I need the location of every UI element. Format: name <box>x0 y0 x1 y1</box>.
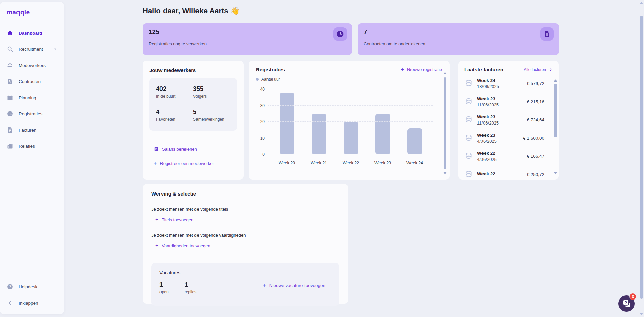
summary-value: 125 <box>149 28 346 36</box>
chart-gridline: 30 <box>268 105 433 106</box>
summary-card-1[interactable]: 125Registraties nog te verwerken <box>143 23 352 55</box>
stat-label: Samenwerkingen <box>193 117 230 122</box>
sidebar-item-dashboard[interactable]: Dashboard <box>0 25 64 41</box>
nieuwe-registratie-button[interactable]: + Nieuwe registratie <box>401 67 442 72</box>
sidebar-item-helpdesk[interactable]: ?Helpdesk <box>0 279 64 295</box>
facturen-scrollbar[interactable] <box>554 79 557 174</box>
vaardigheden-toevoegen-label: Vaardigheden toevoegen <box>162 243 210 248</box>
stat-value: 4 <box>156 109 193 116</box>
calculator-icon <box>154 147 159 152</box>
scroll-down-arrow-icon[interactable] <box>640 313 643 315</box>
bar-week-24[interactable] <box>407 128 422 154</box>
registraties-title: Registraties <box>256 67 285 72</box>
summary-card-2[interactable]: 7Contracten om te ondertekenen <box>358 23 559 55</box>
chart-scrollbar[interactable] <box>443 72 447 174</box>
chart-x-tick-label: Week 21 <box>307 161 331 165</box>
sidebar-item-contracten[interactable]: Contracten <box>0 73 64 90</box>
bar-week-22[interactable] <box>344 122 358 154</box>
chevron-down-icon[interactable] <box>53 47 57 51</box>
titels-toevoegen-label: Titels toevoegen <box>162 217 193 222</box>
chart-gridline: 0 <box>268 154 433 154</box>
sidebar-item-label: Contracten <box>19 79 41 84</box>
vacature-stat: 1open <box>159 281 169 294</box>
registraties-header: Registraties + Nieuwe registratie <box>256 67 442 72</box>
sidebar-item-registraties[interactable]: Registraties <box>0 106 64 122</box>
greeting-text: Hallo daar, Willeke Aarts <box>143 7 228 15</box>
main-content: Hallo daar, Willeke Aarts 👋 125Registrat… <box>143 0 559 304</box>
alle-facturen-link[interactable]: Alle facturen <box>524 67 552 72</box>
titels-toevoegen-button[interactable]: + Titels toevoegen <box>151 217 339 222</box>
page-title: Hallo daar, Willeke Aarts 👋 <box>143 7 559 15</box>
stat-label: Volgers <box>193 94 230 99</box>
sidebar-item-label: Inklappen <box>19 301 38 306</box>
nieuwe-vacature-button[interactable]: + Nieuwe vacature toevoegen <box>263 283 325 288</box>
alle-facturen-label: Alle facturen <box>524 67 546 72</box>
medewerkers-link-salaris[interactable]: Salaris berekenen <box>154 147 237 152</box>
svg-text:?: ? <box>9 285 11 289</box>
invoice-row[interactable]: Week 22€ 250,72 <box>464 165 552 180</box>
summary-cards-row: 125Registraties nog te verwerken7Contrac… <box>143 23 559 55</box>
scrollbar-thumb[interactable] <box>554 84 557 137</box>
stat-label: replies <box>185 290 196 294</box>
invoice-row[interactable]: Week 2311/06/2025€ 724,64 <box>464 111 552 129</box>
scroll-up-arrow-icon[interactable] <box>554 79 557 82</box>
invoice-row[interactable]: Week 2418/06/2025€ 579,72 <box>464 74 552 93</box>
invoice-row[interactable]: Week 224/06/2025€ 166,47 <box>464 147 552 165</box>
plus-icon: + <box>263 283 266 288</box>
coins-icon <box>464 97 473 106</box>
chart-x-tick-label: Week 22 <box>339 161 363 165</box>
widgets-row: Jouw medewerkers 402In de buurt355Volger… <box>143 61 559 180</box>
vaardigheden-text: Je zoekt mensen met de volgende vaardigh… <box>151 233 339 238</box>
scroll-up-arrow-icon[interactable] <box>640 2 643 4</box>
chart-y-tick-label: 10 <box>260 136 265 141</box>
chart-plot-area: 010203040 <box>268 89 433 154</box>
invoice-row[interactable]: Week 234/06/2025€ 1.600,00 <box>464 129 552 147</box>
bar-week-21[interactable] <box>312 114 326 154</box>
scrollbar-thumb[interactable] <box>640 16 643 299</box>
link-label: Registreer een medewerker <box>160 161 214 166</box>
sidebar-item-facturen[interactable]: Facturen <box>0 122 64 138</box>
sidebar-item-inklappen[interactable]: Inklappen <box>0 295 64 311</box>
stat-value: 1 <box>159 281 169 288</box>
summary-icon-chip <box>333 27 347 41</box>
page-scrollbar[interactable] <box>639 0 644 317</box>
helpdesk-chat-button[interactable]: ? 3 <box>618 295 635 312</box>
medewerkers-title: Jouw medewerkers <box>149 67 237 73</box>
sidebar-item-planning[interactable]: Planning <box>0 90 64 106</box>
sidebar-item-relaties[interactable]: Relaties <box>0 138 64 154</box>
scroll-down-arrow-icon[interactable] <box>554 172 557 174</box>
werving-card: Werving & selectie Je zoekt mensen met d… <box>143 184 348 304</box>
bar-week-20[interactable] <box>280 93 294 154</box>
clock-chip-icon <box>336 30 344 38</box>
sidebar: maqqie DashboardRecruitmentMedewerkersCo… <box>0 2 64 314</box>
invoice-text: Week 2311/06/2025 <box>477 114 499 126</box>
invoice-amount: € 215,16 <box>527 99 552 104</box>
sidebar-item-label: Registraties <box>19 111 42 116</box>
sidebar-footer: ?HelpdeskInklappen <box>0 279 64 311</box>
summary-label: Registraties nog te verwerken <box>149 41 346 46</box>
scroll-down-arrow-icon[interactable] <box>443 172 447 174</box>
stat-label: Favorieten <box>156 117 193 122</box>
legend-label: Aantal uur <box>261 77 280 82</box>
bar-week-23[interactable] <box>375 114 390 154</box>
invoice-row[interactable]: Week 2311/06/2025€ 215,16 <box>464 93 552 111</box>
summary-icon-chip <box>540 27 554 41</box>
invoice-date: 11/06/2025 <box>477 102 499 107</box>
vaardigheden-toevoegen-button[interactable]: + Vaardigheden toevoegen <box>151 243 339 248</box>
invoice-week: Week 22 <box>477 171 495 176</box>
sidebar-item-recruitment[interactable]: Recruitment <box>0 41 64 57</box>
vacatures-panel: Vacatures 1open1replies + Nieuwe vacatur… <box>151 263 339 306</box>
invoice-amount: € 579,72 <box>527 81 552 86</box>
scrollbar-thumb[interactable] <box>444 77 446 169</box>
invoice-icon <box>7 127 13 133</box>
chevron-right-icon <box>549 68 552 71</box>
invoice-week: Week 23 <box>477 114 499 119</box>
invoice-week: Week 23 <box>477 133 497 138</box>
users-icon <box>7 62 13 69</box>
titels-text: Je zoekt mensen met de volgende titels <box>151 207 339 212</box>
chart-bars <box>268 89 433 154</box>
sidebar-item-medewerkers[interactable]: Medewerkers <box>0 57 64 73</box>
medewerkers-link-registreer[interactable]: +Registreer een medewerker <box>154 161 237 166</box>
scroll-up-arrow-icon[interactable] <box>443 72 447 74</box>
chat-notification-badge: 3 <box>629 293 636 300</box>
